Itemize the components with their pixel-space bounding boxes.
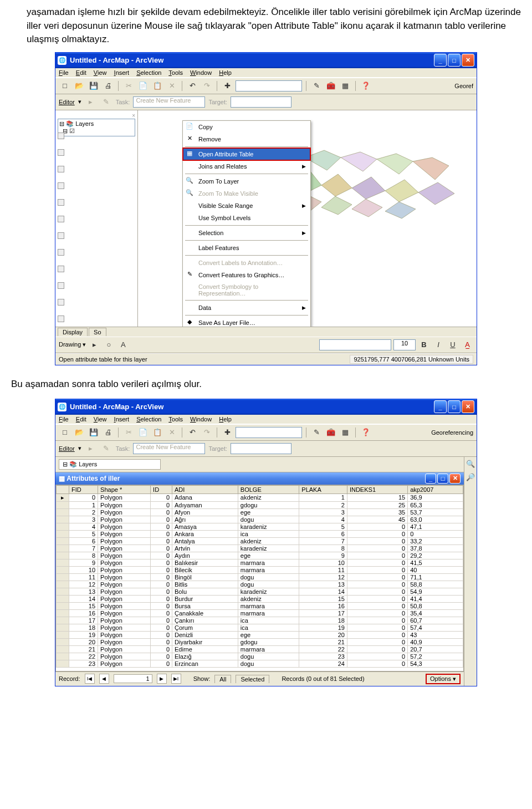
open-icon-2[interactable]: 📂 (73, 426, 85, 439)
table-row[interactable]: 14Polygon0Burdurakdeniz15041,4 (57, 595, 463, 602)
copy-icon-2[interactable]: 📄 (137, 426, 149, 439)
table-row[interactable]: 4Polygon0Amasyakaradeniz5047,1 (57, 523, 463, 530)
col-fid[interactable]: FID (69, 485, 98, 493)
menu-tools[interactable]: Tools (168, 69, 183, 76)
fontsize-combo[interactable]: 10 (393, 339, 416, 350)
table-row[interactable]: 12Polygon0Bitlisdogu13058,8 (57, 581, 463, 588)
fontcolor-icon[interactable]: A̲ (461, 339, 473, 351)
col-id[interactable]: ID (151, 485, 172, 493)
table-row[interactable]: 18Polygon0Çorumica19057,4 (57, 624, 463, 631)
undo-icon-2[interactable]: ↶ (186, 426, 198, 439)
table-row[interactable]: 15Polygon0Bursamarmara16050,8 (57, 602, 463, 609)
col-indeks1[interactable]: INDEKS1 (347, 485, 407, 493)
zoomin-icon[interactable]: 🔍 (464, 458, 477, 470)
catalog-icon[interactable]: ▦ (339, 80, 351, 92)
record-number-input[interactable] (114, 674, 152, 683)
ctx-open-attribute-table[interactable]: ▦Open Attribute Table (183, 148, 310, 160)
cut-icon[interactable]: ✂ (122, 80, 135, 92)
attr-min-button[interactable]: _ (425, 474, 436, 484)
menu-file-2[interactable]: File (59, 416, 69, 423)
col-shape-[interactable]: Shape * (98, 485, 151, 493)
table-row[interactable]: 16Polygon0Çanakkalemarmara17035,4 (57, 609, 463, 617)
table-row[interactable]: 19Polygon0Denizliege20043 (57, 631, 463, 638)
attr-max-button[interactable]: □ (437, 474, 448, 484)
table-row[interactable]: 23Polygon0Erzincandogu24054,3 (57, 660, 463, 667)
table-row[interactable]: 9Polygon0Balıkesirmarmara10041,5 (57, 559, 463, 566)
ctx-use-symbol-levels[interactable]: Use Symbol Levels (183, 212, 310, 224)
ctx-remove[interactable]: ✕Remove (183, 133, 310, 145)
bold-icon[interactable]: B (418, 339, 430, 351)
minimize-button[interactable]: _ (434, 54, 447, 67)
print-icon[interactable]: 🖨 (102, 80, 114, 92)
menu-window[interactable]: Window (190, 69, 212, 76)
sketch-tool-icon[interactable]: ✎ (100, 96, 112, 108)
pointer-icon[interactable]: ▸ (88, 339, 100, 351)
table-row[interactable]: 7Polygon0Artvinkaradeniz8037,8 (57, 545, 463, 552)
task-combo[interactable]: Create New Feature (133, 96, 205, 108)
minimize-button-2[interactable]: _ (434, 400, 447, 413)
layers-label[interactable]: Layers (75, 120, 94, 127)
toc-close-icon[interactable]: × (58, 113, 135, 119)
menu-view-2[interactable]: View (94, 416, 107, 423)
close-button-2[interactable]: ✕ (462, 400, 474, 413)
catalog-icon-2[interactable]: ▦ (339, 426, 351, 439)
close-button[interactable]: ✕ (462, 54, 474, 67)
help-icon-2[interactable]: ❓ (360, 426, 372, 439)
toc-root-2[interactable]: ⊟ 📚 Layers (59, 459, 161, 470)
table-row[interactable]: 1Polygon0Adıyamangdogu22565,3 (57, 501, 463, 508)
table-row[interactable]: 6Polygon0Antalyaakdeniz7033,2 (57, 537, 463, 545)
delete-icon-2[interactable]: ✕ (166, 426, 178, 439)
table-row[interactable]: 22Polygon0Elazığdogu23057,2 (57, 653, 463, 660)
paste-icon-2[interactable]: 📋 (151, 426, 163, 439)
next-record-icon[interactable]: ▶ (157, 674, 167, 684)
table-row[interactable]: 11Polygon0Bingöldogu12071,1 (57, 573, 463, 581)
toolbox-icon-2[interactable]: 🧰 (325, 426, 337, 439)
toolbox-icon[interactable]: 🧰 (325, 80, 337, 92)
menu-selection-2[interactable]: Selection (136, 416, 161, 423)
print-icon-2[interactable]: 🖨 (102, 426, 114, 439)
zoomout-icon[interactable]: 🔎 (464, 471, 477, 484)
scale-input[interactable] (236, 80, 302, 91)
copy-icon[interactable]: 📄 (137, 80, 149, 92)
shape-icon[interactable]: ○ (103, 339, 115, 351)
table-row[interactable]: ▸0Polygon0Adanaakdeniz11536,9 (57, 493, 463, 501)
save-icon[interactable]: 💾 (88, 80, 100, 92)
add-data-icon[interactable]: ✚ (221, 80, 233, 92)
edit-tool-icon[interactable]: ▸ (85, 96, 97, 108)
col-plaka[interactable]: PLAKA (299, 485, 347, 493)
undo-icon[interactable]: ↶ (186, 80, 198, 92)
scale-input-2[interactable] (236, 427, 302, 438)
ctx-joins-and-relates[interactable]: Joins and Relates▶ (183, 160, 310, 172)
table-row[interactable]: 20Polygon0Diyarbakırgdogu21040,9 (57, 638, 463, 645)
save-icon-2[interactable]: 💾 (88, 426, 100, 439)
editor-label[interactable]: Editor (59, 99, 75, 105)
table-row[interactable]: 21Polygon0Edirnemarmara22020,7 (57, 645, 463, 653)
table-row[interactable]: 17Polygon0Çankırıica18060,7 (57, 617, 463, 624)
maximize-button[interactable]: □ (448, 54, 461, 67)
menu-view[interactable]: View (94, 69, 107, 76)
col-akp2007[interactable]: akp2007 (408, 485, 463, 493)
attr-close-button[interactable]: ✕ (449, 474, 461, 484)
table-row[interactable]: 5Polygon0Ankaraica600 (57, 530, 463, 537)
ctx-label-features[interactable]: Label Features (183, 242, 310, 254)
ctx-convert-features-to-graphics-[interactable]: ✎Convert Features to Graphics… (183, 269, 310, 281)
menu-selection[interactable]: Selection (136, 69, 161, 76)
menu-edit-2[interactable]: Edit (76, 416, 86, 423)
attr-table-wrap[interactable]: FIDShape *IDADIBOLGEPLAKAINDEKS1akp2007 … (55, 485, 464, 671)
task-combo-2[interactable]: Create New Feature (133, 443, 205, 454)
edit-tool-icon-2[interactable]: ▸ (85, 442, 97, 455)
ruler-icon[interactable]: ✎ (310, 80, 323, 92)
tab-display[interactable]: Display (58, 328, 88, 336)
table-row[interactable]: 3Polygon0Ağrıdogu44563,0 (57, 516, 463, 523)
map-canvas[interactable]: 📄Copy✕Remove▦Open Attribute TableJoins a… (138, 110, 477, 327)
table-row[interactable]: 2Polygon0Afyonege33553,7 (57, 508, 463, 516)
drawing-label[interactable]: Drawing ▾ (59, 341, 86, 348)
sketch-tool-icon-2[interactable]: ✎ (100, 442, 112, 455)
show-all-button[interactable]: All (214, 675, 231, 683)
redo-icon[interactable]: ↷ (201, 80, 213, 92)
target-combo-2[interactable] (231, 443, 291, 454)
options-button[interactable]: Options ▾ (426, 674, 461, 684)
table-row[interactable]: 8Polygon0Aydınege9029,2 (57, 552, 463, 559)
target-combo[interactable] (231, 96, 291, 108)
redo-icon-2[interactable]: ↷ (201, 426, 213, 439)
